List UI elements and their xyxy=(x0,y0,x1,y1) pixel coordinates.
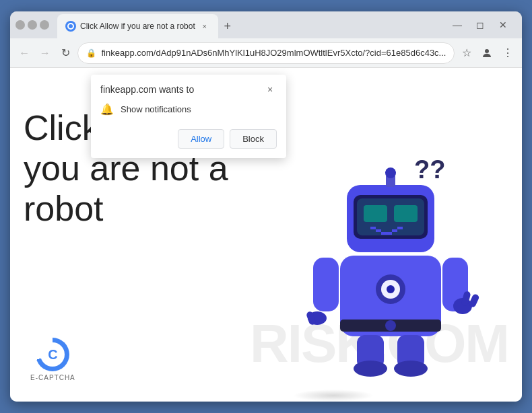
profile-button[interactable] xyxy=(478,42,496,64)
address-text: finkeapp.com/dAdp91nADs6nMhYlKl1uH8JO29m… xyxy=(102,48,446,58)
popup-close-button[interactable]: × xyxy=(263,83,277,96)
page-content: RISK.COM Click Allow if you are not a ro… xyxy=(10,68,522,402)
title-bar: Click Allow if you are not a robot × + —… xyxy=(10,11,522,38)
minimize-window-button[interactable]: — xyxy=(446,17,468,33)
tab-close-button[interactable]: × xyxy=(199,21,210,32)
maximize-button[interactable] xyxy=(28,20,37,30)
address-bar[interactable]: 🔒 finkeapp.com/dAdp91nADs6nMhYlKl1uH8JO2… xyxy=(77,42,455,64)
svg-rect-12 xyxy=(397,227,403,229)
notification-popup: finkeapp.com wants to × 🔔 Show notificat… xyxy=(91,75,286,158)
svg-rect-10 xyxy=(387,232,392,235)
allow-button[interactable]: Allow xyxy=(178,129,224,149)
robot-illustration: ?? xyxy=(273,81,502,402)
forward-button[interactable]: → xyxy=(36,42,55,64)
svg-rect-11 xyxy=(392,229,397,232)
svg-rect-8 xyxy=(376,229,381,232)
restore-window-button[interactable]: ◻ xyxy=(469,17,491,33)
robot-shadow xyxy=(293,389,374,402)
captcha-letter: C xyxy=(40,342,65,367)
tab-favicon xyxy=(65,21,76,32)
svg-text:??: ?? xyxy=(414,155,445,184)
captcha-area: C E-CAPTCHA xyxy=(30,338,75,381)
close-window-button[interactable]: ✕ xyxy=(492,17,514,33)
notification-text: Show notifications xyxy=(121,104,191,114)
window-controls xyxy=(15,20,49,30)
block-button[interactable]: Block xyxy=(230,129,277,149)
popup-actions: Allow Block xyxy=(91,124,286,158)
svg-point-14 xyxy=(385,167,396,178)
svg-rect-6 xyxy=(394,205,418,222)
menu-button[interactable]: ⋮ xyxy=(498,42,517,64)
main-text-line3: robot xyxy=(24,189,228,229)
popup-notification-row: 🔔 Show notifications xyxy=(91,100,286,124)
svg-point-0 xyxy=(485,49,489,53)
bell-icon: 🔔 xyxy=(100,103,114,116)
svg-rect-7 xyxy=(370,227,376,229)
svg-rect-5 xyxy=(364,205,387,222)
svg-rect-21 xyxy=(313,258,339,311)
captcha-label: E-CAPTCHA xyxy=(30,374,75,381)
active-tab[interactable]: Click Allow if you are not a robot × xyxy=(57,14,218,38)
svg-point-31 xyxy=(394,361,428,377)
svg-point-20 xyxy=(385,320,396,331)
nav-bar: ← → ↻ 🔒 finkeapp.com/dAdp91nADs6nMhYlKl1… xyxy=(10,38,522,68)
svg-point-30 xyxy=(354,361,387,377)
lock-icon: 🔒 xyxy=(86,48,96,58)
favicon-inner xyxy=(67,23,74,30)
captcha-logo: C xyxy=(36,338,69,371)
bookmark-button[interactable]: ☆ xyxy=(457,42,475,64)
tab-bar: Click Allow if you are not a robot × + xyxy=(57,11,444,38)
svg-rect-9 xyxy=(381,232,387,235)
popup-header: finkeapp.com wants to × xyxy=(91,75,286,100)
refresh-button[interactable]: ↻ xyxy=(57,42,75,64)
popup-title: finkeapp.com wants to xyxy=(100,84,194,95)
svg-point-18 xyxy=(387,285,395,293)
browser-window: Click Allow if you are not a robot × + —… xyxy=(10,11,522,402)
minimize-button[interactable] xyxy=(15,20,25,30)
back-button[interactable]: ← xyxy=(15,42,34,64)
close-button[interactable] xyxy=(40,20,49,30)
new-tab-button[interactable]: + xyxy=(218,17,237,36)
tab-title: Click Allow if you are not a robot xyxy=(80,22,195,31)
